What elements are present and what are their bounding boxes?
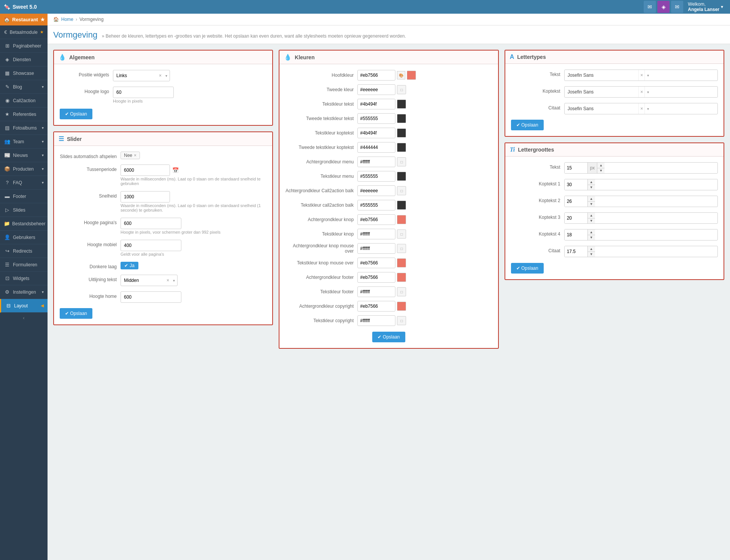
size-koptekst2-up-btn[interactable]: ▲ — [588, 196, 595, 202]
achtergr-menu-input[interactable] — [357, 157, 395, 167]
size-koptekst2-down-btn[interactable]: ▼ — [588, 202, 595, 207]
achtergr-knop-hover-input[interactable] — [357, 243, 395, 254]
tekstkleur-menu-input[interactable] — [357, 171, 395, 182]
sidebar-item-fotoalbums[interactable]: ▨ Fotoalbums ▾ — [0, 121, 48, 135]
mail2-button[interactable]: ✉ — [671, 1, 683, 13]
hoofdkleur-input[interactable] — [357, 70, 395, 81]
sidebar-item-widgets[interactable]: ⊡ Widgets — [0, 272, 48, 285]
size-koptekst3-input[interactable] — [565, 213, 587, 223]
sidebar-item-call2action[interactable]: ◉ Call2action — [0, 94, 48, 108]
sidebar-item-nieuws[interactable]: 📰 Nieuws ▾ — [0, 149, 48, 162]
tekstkleur-tekst-input[interactable] — [357, 99, 395, 109]
citaat-font-clear[interactable]: × — [638, 103, 644, 114]
tekstkleur-call2action-input[interactable] — [357, 200, 395, 210]
sidebar-item-showcase[interactable]: ▦ Showcase — [0, 66, 48, 80]
size-tekst-down-btn[interactable]: ▼ — [597, 168, 605, 174]
user-menu[interactable]: Welkom,Angela Lanser ▾ — [685, 2, 726, 12]
sidebar-item-faq[interactable]: ? FAQ ▾ — [0, 176, 48, 190]
achtergr-call2action-toggle[interactable]: □ — [397, 186, 406, 195]
sidebar-item-bestandsbeheer[interactable]: 📁 Bestandsbeheer — [0, 217, 48, 231]
achtergr-menu-label: Achtergrondkleur menu — [285, 159, 354, 165]
sidebar-item-formulieren[interactable]: ☰ Formulieren — [0, 258, 48, 272]
tekstkleur-footer-toggle[interactable]: □ — [397, 287, 406, 296]
wifi-button[interactable]: ◈ — [657, 1, 670, 13]
sidebar-item-diensten[interactable]: ◈ Diensten — [0, 53, 48, 66]
positie-select[interactable]: Links Rechts — [113, 70, 157, 81]
hoogte-logo-input[interactable] — [113, 87, 174, 98]
kleuren-save-btn[interactable]: ✔ Opslaan — [372, 332, 405, 342]
tweede-tekstkleur-tekst-input[interactable] — [357, 113, 395, 124]
size-tekst-input[interactable] — [565, 163, 587, 173]
tweede-tekstkleur-koptekst-input[interactable] — [357, 142, 395, 153]
settings-icon: ⚙ — [4, 289, 11, 295]
sidebar-item-referenties[interactable]: ★ Referenties — [0, 108, 48, 121]
achtergr-knop-wrap — [357, 214, 492, 225]
tekstkleur-koptekst-input[interactable] — [357, 128, 395, 138]
tekstkleur-copyright-toggle[interactable]: □ — [397, 316, 406, 325]
size-koptekst3-control: ▲ ▼ — [564, 212, 718, 224]
snelheid-input[interactable] — [121, 191, 170, 202]
tweede-kleur-toggle[interactable]: □ — [397, 85, 406, 94]
snelheid-row: Snelheid Waarde in milliseconden (ms). L… — [60, 191, 267, 212]
breadcrumb-home-link[interactable]: Home — [61, 17, 73, 22]
size-koptekst2-input[interactable] — [565, 196, 587, 207]
uitlijning-clear-btn[interactable]: × — [165, 278, 171, 283]
sidebar-item-slides[interactable]: ▷ Slides — [0, 203, 48, 217]
sidebar-item-paginabeheer[interactable]: ⊞ Paginabeheer — [0, 39, 48, 53]
tweede-kleur-input[interactable] — [357, 84, 395, 95]
donkere-laag-badge[interactable]: ✔ Ja — [121, 262, 138, 269]
tekst-font-clear[interactable]: × — [638, 70, 644, 81]
slider-save-btn[interactable]: ✔ Opslaan — [60, 308, 92, 319]
tekstkleur-footer-input[interactable] — [357, 286, 395, 297]
sidebar-item-blog[interactable]: ✎ Blog ▾ — [0, 80, 48, 94]
size-tekst-btns: ▲ ▼ — [597, 163, 605, 173]
achtergr-copyright-input[interactable] — [357, 301, 395, 312]
email-button[interactable]: ✉ — [644, 1, 656, 13]
hoogte-mobiel-input[interactable] — [121, 240, 181, 251]
lettertypes-save-btn[interactable]: ✔ Opslaan — [511, 120, 544, 130]
size-koptekst3-down-btn[interactable]: ▼ — [588, 218, 595, 224]
sidebar-item-footer[interactable]: ▬ Footer — [0, 190, 48, 203]
size-koptekst1-up-btn[interactable]: ▲ — [588, 179, 595, 185]
sidebar-item-redirects[interactable]: ↪ Redirects — [0, 244, 48, 258]
uitlijning-control: Midden Links Rechts × ▾ — [121, 275, 267, 286]
tekstkleur-knop-input[interactable] — [357, 229, 395, 239]
achtergr-call2action-input[interactable] — [357, 185, 395, 196]
achtergr-footer-input[interactable] — [357, 272, 395, 283]
hoogte-paginas-input[interactable] — [121, 218, 181, 229]
sidebar-item-team[interactable]: 👥 Team ▾ — [0, 135, 48, 149]
uitlijning-select[interactable]: Midden Links Rechts — [121, 275, 165, 286]
size-citaat-input[interactable] — [565, 246, 587, 257]
sidebar-item-producten[interactable]: 📦 Producten ▾ — [0, 162, 48, 176]
hoogte-home-input[interactable] — [121, 291, 181, 303]
sidebar-collapse-btn[interactable]: ‹ — [0, 313, 48, 323]
size-koptekst4-up-btn[interactable]: ▲ — [588, 229, 595, 235]
size-citaat-down-btn[interactable]: ▼ — [588, 252, 595, 257]
size-koptekst1-input[interactable] — [565, 179, 587, 190]
color-picker-icon[interactable]: 🎨 — [397, 71, 405, 79]
size-koptekst4-down-btn[interactable]: ▼ — [588, 235, 595, 240]
algemeen-save-btn[interactable]: ✔ Opslaan — [60, 109, 92, 119]
sidebar-item-instellingen[interactable]: ⚙ Instellingen ▾ — [0, 285, 48, 299]
sidebar-item-layout[interactable]: ⊟ Layout ◀ — [0, 299, 48, 313]
size-tekst-up-btn[interactable]: ▲ — [597, 163, 605, 168]
achtergr-menu-toggle[interactable]: □ — [397, 157, 406, 166]
achtergr-knop-input[interactable] — [357, 214, 395, 225]
sidebar-blog-label: Blog — [13, 84, 40, 90]
size-citaat-up-btn[interactable]: ▲ — [588, 246, 595, 252]
sidebar-item-betaalmodule[interactable]: € Betaalmodule ★ — [0, 25, 48, 39]
tekstkleur-knop-toggle[interactable]: □ — [397, 229, 406, 239]
sidebar-item-gebruikers[interactable]: 👤 Gebruikers — [0, 231, 48, 244]
tekstkleur-knop-hover-input[interactable] — [357, 258, 395, 268]
tekstkleur-copyright-input[interactable] — [357, 315, 395, 326]
size-koptekst4-input[interactable] — [565, 229, 587, 240]
lettergroottes-save-btn[interactable]: ✔ Opslaan — [511, 263, 544, 274]
size-koptekst3-up-btn[interactable]: ▲ — [588, 213, 595, 218]
slides-auto-clear[interactable]: × — [134, 153, 136, 158]
sidebar-top-item[interactable]: 🏠 Restaurant ★ — [0, 14, 48, 25]
size-koptekst1-down-btn[interactable]: ▼ — [588, 185, 595, 190]
koptekst-font-clear[interactable]: × — [638, 87, 644, 97]
achtergr-knop-hover-toggle[interactable]: □ — [397, 244, 406, 253]
positie-clear-btn[interactable]: × — [157, 73, 163, 78]
tussenperiode-input[interactable] — [121, 165, 170, 176]
